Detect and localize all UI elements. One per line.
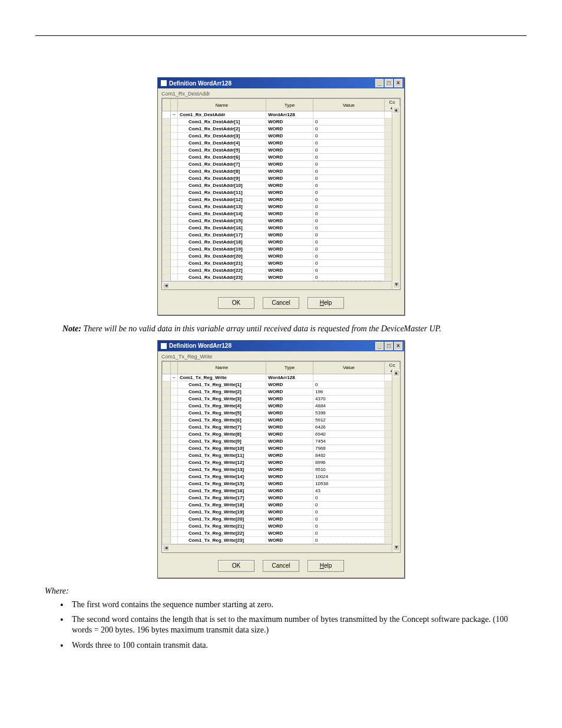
table-row-parent[interactable]: −Com1_Tx_Reg_WriteWordArr128 bbox=[163, 374, 400, 381]
table-row[interactable]: Com1_Rx_DestAddr[9]WORD0 bbox=[163, 175, 400, 182]
cell-value[interactable]: 0 bbox=[313, 260, 385, 267]
cell-value[interactable]: 0 bbox=[313, 501, 385, 508]
cell-value[interactable]: 0 bbox=[313, 522, 385, 529]
ok-button[interactable]: OK bbox=[218, 560, 254, 572]
cell-value[interactable]: 0 bbox=[313, 118, 385, 126]
col-header-expand[interactable] bbox=[171, 99, 178, 111]
table-row[interactable]: Com1_Tx_Reg_Write[7]WORD6426 bbox=[163, 423, 400, 430]
titlebar[interactable]: Definition WordArr128 _ □ × bbox=[158, 78, 404, 88]
close-icon[interactable]: × bbox=[394, 79, 402, 87]
table-row[interactable]: Com1_Tx_Reg_Write[6]WORD5912 bbox=[163, 416, 400, 423]
table-row[interactable]: Com1_Tx_Reg_Write[13]WORD9510 bbox=[163, 466, 400, 473]
col-header-idx[interactable] bbox=[163, 361, 171, 374]
help-button[interactable]: Help bbox=[308, 297, 344, 309]
cell-value[interactable]: 0 bbox=[313, 189, 385, 196]
col-header-expand[interactable] bbox=[171, 361, 178, 374]
help-button[interactable]: Help bbox=[308, 560, 344, 572]
cell-value[interactable]: 0 bbox=[313, 161, 385, 168]
table-row[interactable]: Com1_Tx_Reg_Write[18]WORD0 bbox=[163, 501, 400, 508]
table-row[interactable]: Com1_Tx_Reg_Write[2]WORD196 bbox=[163, 388, 400, 395]
table-row[interactable]: Com1_Rx_DestAddr[3]WORD0 bbox=[163, 133, 400, 140]
cell-value[interactable]: 0 bbox=[313, 232, 385, 239]
cell-value[interactable] bbox=[313, 111, 385, 118]
cell-value[interactable]: 0 bbox=[313, 225, 385, 232]
table-row[interactable]: Com1_Tx_Reg_Write[3]WORD4370 bbox=[163, 395, 400, 402]
cell-value[interactable]: 0 bbox=[313, 515, 385, 522]
cell-value[interactable]: 0 bbox=[313, 126, 385, 133]
cell-value[interactable]: 0 bbox=[313, 147, 385, 154]
table-row[interactable]: Com1_Rx_DestAddr[7]WORD0 bbox=[163, 161, 400, 168]
table-row[interactable]: Com1_Tx_Reg_Write[20]WORD0 bbox=[163, 515, 400, 522]
table-row[interactable]: Com1_Rx_DestAddr[19]WORD0 bbox=[163, 246, 400, 253]
table-row[interactable]: Com1_Rx_DestAddr[17]WORD0 bbox=[163, 232, 400, 239]
col-header-value[interactable]: Value bbox=[313, 361, 385, 374]
cell-value[interactable]: 7968 bbox=[313, 444, 385, 452]
col-header-value[interactable]: Value bbox=[313, 99, 385, 111]
table-row[interactable]: Com1_Tx_Reg_Write[10]WORD7968 bbox=[163, 444, 400, 452]
cell-value[interactable]: 0 bbox=[313, 218, 385, 225]
table-row[interactable]: Com1_Tx_Reg_Write[22]WORD0 bbox=[163, 529, 400, 536]
table-row[interactable]: Com1_Rx_DestAddr[11]WORD0 bbox=[163, 189, 400, 196]
col-header-name[interactable]: Name bbox=[178, 99, 266, 111]
scroll-left-icon[interactable]: ◄ bbox=[163, 282, 170, 289]
table-row-parent[interactable]: −Com1_Rx_DestAddrWordArr128 bbox=[163, 111, 400, 118]
table-row[interactable]: Com1_Rx_DestAddr[20]WORD0 bbox=[163, 253, 400, 260]
data-grid[interactable]: Name Type Value Cc ▲ −Com1_Rx_DestAddrWo… bbox=[162, 98, 400, 281]
table-row[interactable]: Com1_Rx_DestAddr[23]WORD0 bbox=[163, 274, 400, 281]
data-grid[interactable]: Name Type Value Cc ▲ −Com1_Tx_Reg_WriteW… bbox=[162, 361, 400, 544]
horizontal-scrollbar[interactable]: ◄ ► bbox=[162, 281, 400, 289]
table-row[interactable]: Com1_Tx_Reg_Write[17]WORD0 bbox=[163, 494, 400, 501]
col-header-idx[interactable] bbox=[163, 99, 171, 111]
table-row[interactable]: Com1_Tx_Reg_Write[4]WORD4884 bbox=[163, 402, 400, 409]
cell-value[interactable]: 9510 bbox=[313, 466, 385, 473]
col-header-type[interactable]: Type bbox=[266, 99, 313, 111]
table-row[interactable]: Com1_Rx_DestAddr[1]WORD0 bbox=[163, 118, 400, 126]
cell-value[interactable]: 5912 bbox=[313, 416, 385, 423]
cell-value[interactable]: 0 bbox=[313, 203, 385, 210]
cell-value[interactable]: 0 bbox=[313, 267, 385, 274]
table-row[interactable]: Com1_Tx_Reg_Write[16]WORD43 bbox=[163, 487, 400, 494]
cell-value[interactable]: 6426 bbox=[313, 423, 385, 430]
scroll-up-icon[interactable]: ▲ bbox=[393, 370, 400, 377]
minimize-icon[interactable]: _ bbox=[375, 79, 384, 87]
cell-value[interactable]: 8482 bbox=[313, 452, 385, 459]
cell-value[interactable]: 0 bbox=[313, 175, 385, 182]
cell-value[interactable]: 0 bbox=[313, 196, 385, 203]
table-row[interactable]: Com1_Rx_DestAddr[22]WORD0 bbox=[163, 267, 400, 274]
cell-value[interactable]: 4370 bbox=[313, 395, 385, 402]
table-row[interactable]: Com1_Rx_DestAddr[8]WORD0 bbox=[163, 168, 400, 175]
cell-value[interactable]: 0 bbox=[313, 168, 385, 175]
cancel-button[interactable]: Cancel bbox=[263, 297, 299, 309]
close-icon[interactable]: × bbox=[394, 342, 402, 350]
cell-value[interactable]: 0 bbox=[313, 182, 385, 189]
cell-value[interactable]: 0 bbox=[313, 133, 385, 140]
cell-value[interactable]: 7454 bbox=[313, 437, 385, 444]
ok-button[interactable]: OK bbox=[218, 297, 254, 309]
table-row[interactable]: Com1_Rx_DestAddr[15]WORD0 bbox=[163, 218, 400, 225]
table-row[interactable]: Com1_Rx_DestAddr[12]WORD0 bbox=[163, 196, 400, 203]
table-row[interactable]: Com1_Rx_DestAddr[21]WORD0 bbox=[163, 260, 400, 267]
scroll-up-icon[interactable]: ▲ bbox=[393, 107, 400, 114]
table-row[interactable]: Com1_Tx_Reg_Write[23]WORD0 bbox=[163, 536, 400, 543]
table-row[interactable]: Com1_Tx_Reg_Write[14]WORD10024 bbox=[163, 473, 400, 480]
cell-value[interactable]: 0 bbox=[313, 274, 385, 281]
scroll-down-icon[interactable]: ▼ bbox=[393, 544, 400, 551]
collapse-icon[interactable]: − bbox=[171, 111, 178, 118]
scroll-left-icon[interactable]: ◄ bbox=[163, 545, 170, 552]
cell-value[interactable]: 10538 bbox=[313, 480, 385, 487]
horizontal-scrollbar[interactable]: ◄ ► bbox=[162, 544, 400, 552]
cell-value[interactable]: 43 bbox=[313, 487, 385, 494]
cell-value[interactable]: 4884 bbox=[313, 402, 385, 409]
vertical-scrollbar[interactable]: ▲ ▼ bbox=[392, 106, 400, 289]
table-row[interactable]: Com1_Tx_Reg_Write[19]WORD0 bbox=[163, 508, 400, 515]
cell-value[interactable]: 0 bbox=[313, 536, 385, 543]
cell-value[interactable]: 6940 bbox=[313, 430, 385, 437]
table-row[interactable]: Com1_Rx_DestAddr[10]WORD0 bbox=[163, 182, 400, 189]
cell-value[interactable]: 0 bbox=[313, 140, 385, 147]
cell-value[interactable]: 0 bbox=[313, 494, 385, 501]
cell-value[interactable]: 10024 bbox=[313, 473, 385, 480]
maximize-icon[interactable]: □ bbox=[385, 79, 393, 87]
cell-value[interactable]: 5398 bbox=[313, 409, 385, 416]
cell-value[interactable]: 0 bbox=[313, 529, 385, 536]
collapse-icon[interactable]: − bbox=[171, 374, 178, 381]
